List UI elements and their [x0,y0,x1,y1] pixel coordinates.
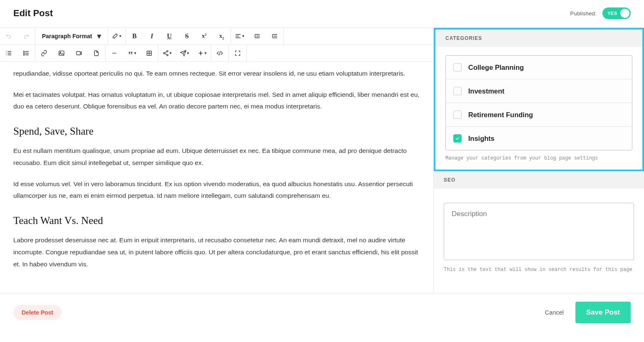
header-actions: Published: YES [570,7,631,19]
heading: Teach Want Vs. Need [13,211,420,230]
paragraph: Mei et tacimates volutpat. Has ornatus v… [13,89,420,113]
svg-point-1 [24,53,25,54]
quote-button[interactable]: ▾ [123,45,140,62]
subscript-button[interactable]: x2 [213,28,231,44]
paragraph-format-label: Paragraph Format [42,33,92,39]
paragraph: Eu est nullam mentitum qualisque, unum p… [13,145,420,169]
paragraph: repudiandae, vidisse oporteat periculis … [13,68,420,80]
toggle-yes-label: YES [607,11,617,16]
code-view-button[interactable] [211,45,229,62]
link-button[interactable] [35,45,53,62]
svg-point-2 [24,54,25,55]
chevron-down-icon: ▾ [97,32,101,40]
magic-button[interactable]: ▾ [108,28,125,44]
categories-list: College Planning Investment Retirement F… [445,55,632,150]
svg-rect-5 [76,52,80,55]
checkbox-icon [453,111,462,119]
video-button[interactable] [70,45,88,62]
categories-section: CATEGORIES College Planning Investment R… [434,28,644,171]
outdent-button[interactable] [248,28,266,44]
toolbar-row-2: ▾ ▾ ▾ ▾ [0,44,433,62]
published-toggle[interactable]: YES [602,7,631,19]
cancel-button[interactable]: Cancel [545,309,564,316]
strike-button[interactable]: S [178,28,196,44]
categories-helper: Manage your categories from your blog pa… [445,155,632,161]
table-button[interactable] [140,45,158,62]
share-button[interactable]: ▾ [158,45,176,62]
category-item-retirement-funding[interactable]: Retirement Funding [446,103,632,127]
published-label: Published: [570,10,597,17]
seo-section: SEO This is the text that will show in s… [434,171,644,281]
checkbox-icon [453,87,462,95]
category-item-college-planning[interactable]: College Planning [446,56,632,79]
seo-header: SEO [434,171,644,189]
indent-button[interactable] [266,28,283,44]
align-button[interactable]: ▾ [231,28,248,44]
ordered-list-button[interactable] [0,45,17,62]
footer: Delete Post Cancel Save Post [0,292,644,332]
underline-button[interactable]: U [161,28,178,44]
category-item-investment[interactable]: Investment [446,79,632,103]
seo-description-input[interactable] [444,203,634,260]
page-title: Edit Post [13,8,53,19]
checkbox-checked-icon [453,134,462,143]
checkbox-icon [453,63,462,71]
save-post-button[interactable]: Save Post [575,302,631,323]
unordered-list-button[interactable] [17,45,35,62]
category-label: Insights [468,135,494,143]
categories-header: CATEGORIES [435,30,642,47]
insert-button[interactable]: ▾ [193,45,211,62]
category-label: Retirement Funding [468,111,533,119]
bold-button[interactable]: B [126,28,143,44]
italic-button[interactable]: I [143,28,161,44]
delete-post-button[interactable]: Delete Post [13,305,61,320]
redo-button[interactable] [17,28,35,44]
side-pane: CATEGORIES College Planning Investment R… [434,28,644,292]
toolbar-row-1: Paragraph Format ▾ ▾ B I U S x2 x2 ▾ [0,28,433,44]
paragraph-format-dropdown[interactable]: Paragraph Format ▾ [35,28,108,44]
image-button[interactable] [53,45,70,62]
toggle-knob [620,9,629,18]
seo-helper: This is the text that will show in searc… [444,267,634,273]
header: Edit Post Published: YES [0,0,644,28]
category-label: Investment [468,87,504,95]
heading: Spend, Save, Share [13,122,420,141]
paragraph: Labore prodesset deseruisse nec at. Eum … [13,234,420,270]
paragraph: Id esse volumus vel. Vel in vero laboram… [13,178,420,202]
undo-button[interactable] [0,28,17,44]
svg-point-4 [60,52,61,53]
hr-button[interactable] [106,45,123,62]
toolbar: Paragraph Format ▾ ▾ B I U S x2 x2 ▾ [0,28,433,62]
main: Paragraph Format ▾ ▾ B I U S x2 x2 ▾ [0,28,644,292]
svg-point-0 [24,51,25,52]
category-item-insights[interactable]: Insights [446,127,632,150]
editor-content[interactable]: repudiandae, vidisse oporteat periculis … [0,62,433,292]
file-button[interactable] [88,45,105,62]
editor-pane: Paragraph Format ▾ ▾ B I U S x2 x2 ▾ [0,28,434,292]
superscript-button[interactable]: x2 [196,28,213,44]
category-label: College Planning [468,64,524,71]
send-button[interactable]: ▾ [176,45,193,62]
fullscreen-button[interactable] [229,45,246,62]
